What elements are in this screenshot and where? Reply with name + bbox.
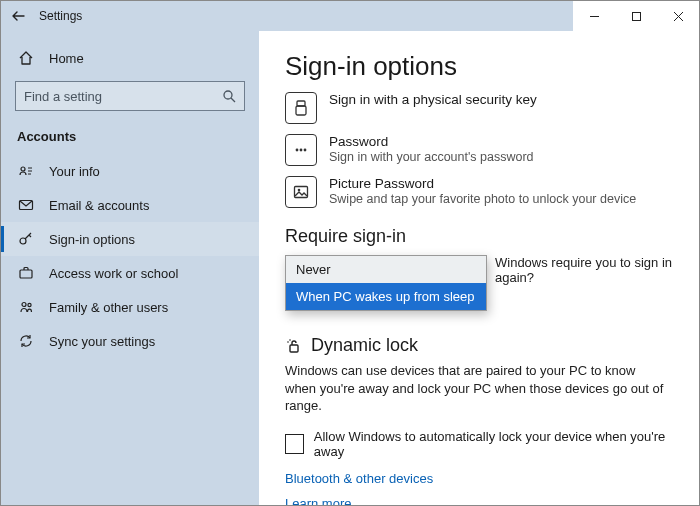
- picture-icon: [285, 176, 317, 208]
- option-sub: Swipe and tap your favorite photo to unl…: [329, 192, 636, 206]
- link-bluetooth[interactable]: Bluetooth & other devices: [285, 471, 673, 486]
- option-sub: Sign in with your account's password: [329, 150, 534, 164]
- svg-rect-0: [632, 12, 640, 20]
- home-nav[interactable]: Home: [1, 41, 259, 75]
- sidebar-item-signin[interactable]: Sign-in options: [1, 222, 259, 256]
- search-input[interactable]: Find a setting: [15, 81, 245, 111]
- sidebar-item-label: Your info: [49, 164, 100, 179]
- option-title: Picture Password: [329, 176, 636, 191]
- usb-key-icon: [285, 92, 317, 124]
- settings-window: Settings Home Find a setting A: [0, 0, 700, 506]
- minimize-button[interactable]: [573, 1, 615, 31]
- dynamic-lock-checkbox[interactable]: Allow Windows to automatically lock your…: [285, 429, 673, 459]
- svg-point-14: [298, 189, 301, 192]
- dynamic-lock-desc: Windows can use devices that are paired …: [285, 362, 665, 415]
- sync-icon: [17, 332, 35, 350]
- sidebar: Home Find a setting Accounts Your info: [1, 31, 259, 505]
- dropdown-item-wake[interactable]: When PC wakes up from sleep: [286, 283, 486, 310]
- mail-icon: [17, 196, 35, 214]
- svg-point-17: [289, 339, 291, 341]
- sidebar-item-work[interactable]: Access work or school: [1, 256, 259, 290]
- require-signin-area: Windows require you to sign in again? Ne…: [285, 255, 673, 285]
- category-label: Accounts: [1, 125, 259, 154]
- svg-point-10: [296, 149, 299, 152]
- dynamic-lock-title: Dynamic lock: [311, 335, 418, 356]
- person-card-icon: [17, 162, 35, 180]
- password-dots-icon: [285, 134, 317, 166]
- require-signin-dropdown[interactable]: Never When PC wakes up from sleep: [285, 255, 487, 311]
- body: Home Find a setting Accounts Your info: [1, 31, 699, 505]
- svg-rect-13: [295, 187, 308, 198]
- sidebar-item-family[interactable]: Family & other users: [1, 290, 259, 324]
- svg-point-11: [300, 149, 303, 152]
- svg-point-12: [304, 149, 307, 152]
- option-password[interactable]: Password Sign in with your account's pas…: [285, 134, 673, 166]
- home-label: Home: [49, 51, 84, 66]
- svg-point-7: [28, 303, 31, 306]
- svg-rect-15: [290, 345, 298, 352]
- content-pane[interactable]: Sign-in options Sign in with a physical …: [259, 31, 699, 505]
- link-learn-more[interactable]: Learn more: [285, 496, 673, 505]
- sidebar-item-label: Email & accounts: [49, 198, 149, 213]
- titlebar: Settings: [1, 1, 699, 31]
- sidebar-item-sync[interactable]: Sync your settings: [1, 324, 259, 358]
- dynamic-lock-heading: Dynamic lock: [285, 335, 673, 356]
- svg-point-16: [287, 341, 289, 343]
- sidebar-item-your-info[interactable]: Your info: [1, 154, 259, 188]
- svg-rect-8: [297, 101, 305, 106]
- svg-rect-9: [296, 106, 306, 115]
- sidebar-item-label: Sync your settings: [49, 334, 155, 349]
- close-button[interactable]: [657, 1, 699, 31]
- svg-rect-5: [20, 270, 32, 278]
- svg-point-6: [22, 303, 26, 307]
- sidebar-item-label: Family & other users: [49, 300, 168, 315]
- home-icon: [17, 49, 35, 67]
- search-icon: [222, 89, 236, 103]
- require-heading: Require sign-in: [285, 226, 673, 247]
- sidebar-item-email[interactable]: Email & accounts: [1, 188, 259, 222]
- option-security-key[interactable]: Sign in with a physical security key: [285, 92, 673, 124]
- checkbox-label: Allow Windows to automatically lock your…: [314, 429, 673, 459]
- maximize-button[interactable]: [615, 1, 657, 31]
- back-arrow-icon: [11, 9, 25, 23]
- dropdown-item-never[interactable]: Never: [286, 256, 486, 283]
- dynamic-lock-icon: [285, 337, 303, 355]
- sidebar-item-label: Access work or school: [49, 266, 178, 281]
- window-title: Settings: [39, 9, 82, 23]
- option-title: Sign in with a physical security key: [329, 92, 537, 107]
- checkbox-box-icon: [285, 434, 304, 454]
- window-controls: [573, 1, 699, 31]
- page-title: Sign-in options: [285, 51, 673, 82]
- key-icon: [17, 230, 35, 248]
- require-q-suffix: Windows require you to sign in again?: [495, 255, 672, 285]
- option-picture-password[interactable]: Picture Password Swipe and tap your favo…: [285, 176, 673, 208]
- back-button[interactable]: [1, 1, 35, 31]
- svg-point-2: [21, 167, 25, 171]
- option-title: Password: [329, 134, 534, 149]
- briefcase-icon: [17, 264, 35, 282]
- sidebar-item-label: Sign-in options: [49, 232, 135, 247]
- search-placeholder: Find a setting: [24, 89, 222, 104]
- svg-point-1: [224, 91, 232, 99]
- people-icon: [17, 298, 35, 316]
